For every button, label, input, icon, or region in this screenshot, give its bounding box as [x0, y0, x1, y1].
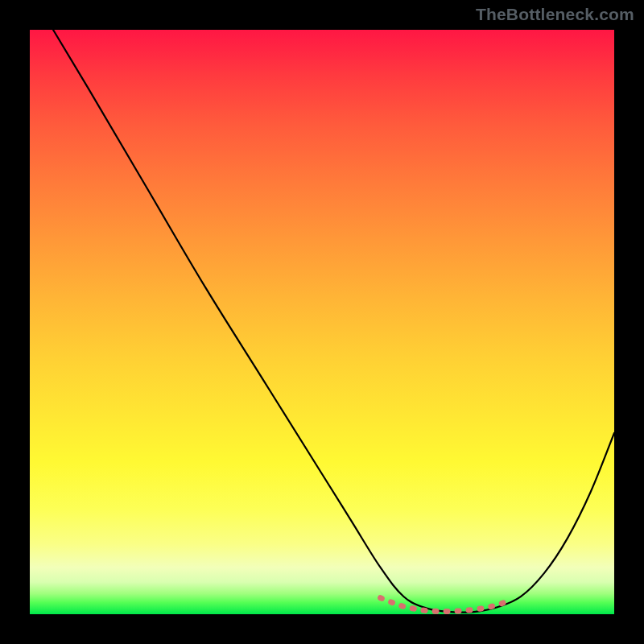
chart-svg [30, 30, 614, 614]
chart-frame: { "watermark": "TheBottleneck.com", "cha… [0, 0, 644, 644]
bottleneck-curve [53, 30, 614, 613]
plot-area [30, 30, 614, 614]
watermark-text: TheBottleneck.com [476, 5, 634, 24]
